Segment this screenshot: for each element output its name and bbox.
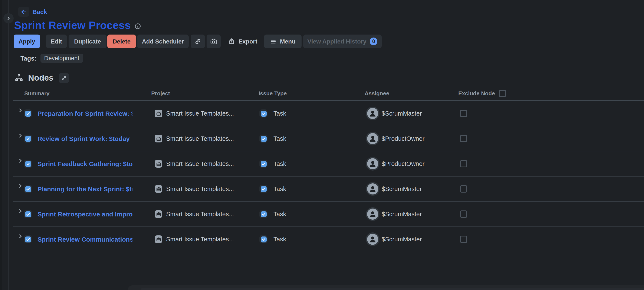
- check-icon: [26, 111, 30, 116]
- summary-link[interactable]: Sprint Feedback Gathering: $today: [38, 160, 132, 167]
- exclude-node-checkbox[interactable]: [460, 185, 467, 193]
- chevron-right-icon: [18, 183, 23, 188]
- table-row: Sprint Feedback Gathering: $today Smart …: [13, 151, 644, 177]
- summary-link[interactable]: Sprint Review Communications: [38, 236, 132, 243]
- summary-link[interactable]: Sprint Retrospective and Improvement: [38, 210, 132, 218]
- assignee-avatar-icon: [367, 234, 378, 245]
- check-icon: [261, 111, 266, 116]
- project-name: Smart Issue Templates...: [166, 135, 234, 142]
- chevron-right-icon: [18, 133, 23, 138]
- nodes-section-header: Nodes: [15, 73, 69, 83]
- chevron-right-icon: [18, 108, 23, 113]
- expand-nodes-button[interactable]: [58, 73, 69, 83]
- project-name: Smart Issue Templates...: [166, 160, 234, 167]
- expand-row-chevron[interactable]: [18, 133, 23, 138]
- assignee-avatar-icon: [367, 158, 378, 169]
- menu-button[interactable]: Menu: [264, 35, 302, 48]
- row-select-checkbox[interactable]: [24, 109, 32, 118]
- exclude-node-checkbox[interactable]: [460, 135, 467, 142]
- assignee-name: $ScrumMaster: [382, 236, 422, 243]
- expand-row-chevron[interactable]: [18, 158, 23, 163]
- expand-row-chevron[interactable]: [18, 208, 23, 214]
- duplicate-button[interactable]: Duplicate: [68, 35, 106, 48]
- chevron-right-icon: [6, 16, 11, 21]
- check-icon: [261, 162, 266, 166]
- history-count-badge: 0: [370, 38, 377, 45]
- exclude-node-checkbox[interactable]: [460, 160, 467, 167]
- background-window-edge-inner: [140, 288, 644, 290]
- issue-type-label: Task: [274, 185, 286, 192]
- title-row: Sprint Review Process: [14, 19, 141, 32]
- assignee-avatar-icon: [367, 108, 378, 119]
- expand-row-chevron[interactable]: [18, 234, 23, 239]
- export-icon: [228, 38, 235, 45]
- summary-link[interactable]: Review of Sprint Work: $today: [38, 135, 132, 142]
- back-link[interactable]: Back: [32, 8, 47, 15]
- assignee-name: $ProductOwner: [382, 135, 425, 142]
- issue-type-label: Task: [274, 211, 286, 217]
- assignee-avatar-icon: [367, 133, 378, 144]
- check-icon: [26, 136, 30, 141]
- tag-chip: Development: [40, 54, 83, 63]
- column-header-assignee: Assignee: [364, 90, 389, 97]
- page-title: Sprint Review Process: [14, 19, 131, 32]
- info-icon[interactable]: [134, 23, 141, 29]
- add-scheduler-button[interactable]: Add Scheduler: [137, 35, 189, 48]
- check-icon: [261, 237, 266, 241]
- issue-type-checkbox[interactable]: [260, 235, 268, 243]
- back-arrow-icon[interactable]: [18, 7, 29, 17]
- assignee-avatar-icon: [367, 208, 378, 220]
- summary-link[interactable]: Planning for the Next Sprint: $today: [38, 185, 132, 193]
- issue-type-checkbox[interactable]: [260, 210, 268, 218]
- check-icon: [26, 237, 30, 241]
- expand-row-chevron[interactable]: [18, 108, 23, 113]
- hamburger-menu-icon: [270, 38, 276, 45]
- assignee-name: $ProductOwner: [382, 160, 425, 167]
- row-select-checkbox[interactable]: [24, 160, 32, 168]
- sidebar-expand-button[interactable]: [4, 13, 14, 24]
- back-navigation[interactable]: Back: [18, 7, 47, 17]
- column-header-exclude-node: Exclude Node: [458, 90, 506, 97]
- copy-link-button[interactable]: [191, 35, 205, 48]
- row-select-checkbox[interactable]: [24, 210, 32, 218]
- nodes-section-title: Nodes: [28, 73, 54, 83]
- expand-row-chevron[interactable]: [18, 183, 23, 188]
- check-icon: [261, 136, 266, 141]
- project-avatar-icon: [154, 135, 162, 142]
- apply-button[interactable]: Apply: [14, 35, 40, 48]
- project-avatar-icon: [154, 160, 162, 168]
- expand-diagonal-icon: [61, 75, 66, 80]
- view-applied-history-button[interactable]: View Applied History 0: [303, 35, 382, 48]
- column-header-issue-type: Issue Type: [258, 90, 287, 97]
- table-row: Sprint Review Communications Smart Issue…: [13, 227, 644, 252]
- row-select-checkbox[interactable]: [24, 235, 32, 243]
- chevron-right-icon: [18, 158, 23, 163]
- delete-button[interactable]: Delete: [107, 35, 136, 48]
- exclude-all-checkbox[interactable]: [499, 90, 506, 97]
- row-select-checkbox[interactable]: [24, 135, 32, 143]
- export-button[interactable]: Export: [225, 35, 261, 48]
- exclude-node-checkbox[interactable]: [460, 110, 467, 117]
- column-header-summary: Summary: [24, 90, 50, 97]
- project-avatar-icon: [154, 110, 162, 117]
- project-name: Smart Issue Templates...: [166, 185, 234, 192]
- project-name: Smart Issue Templates...: [166, 211, 234, 217]
- issue-type-checkbox[interactable]: [260, 135, 268, 143]
- table-row: Review of Sprint Work: $today Smart Issu…: [13, 126, 644, 151]
- row-select-checkbox[interactable]: [24, 185, 32, 193]
- issue-type-checkbox[interactable]: [260, 185, 268, 193]
- issue-type-label: Task: [274, 135, 286, 142]
- snapshot-button[interactable]: [206, 35, 221, 48]
- check-icon: [261, 187, 266, 191]
- export-label: Export: [238, 38, 258, 45]
- issue-type-label: Task: [274, 236, 286, 243]
- issue-type-checkbox[interactable]: [260, 109, 268, 118]
- summary-link[interactable]: Preparation for Sprint Review: $today: [38, 110, 132, 117]
- exclude-node-checkbox[interactable]: [460, 210, 467, 218]
- issue-type-checkbox[interactable]: [260, 160, 268, 168]
- exclude-node-checkbox[interactable]: [460, 236, 467, 243]
- project-avatar-icon: [154, 235, 162, 243]
- edit-button[interactable]: Edit: [46, 35, 67, 48]
- issue-type-label: Task: [274, 160, 286, 167]
- nodes-table-body: Preparation for Sprint Review: $today Sm…: [13, 101, 644, 252]
